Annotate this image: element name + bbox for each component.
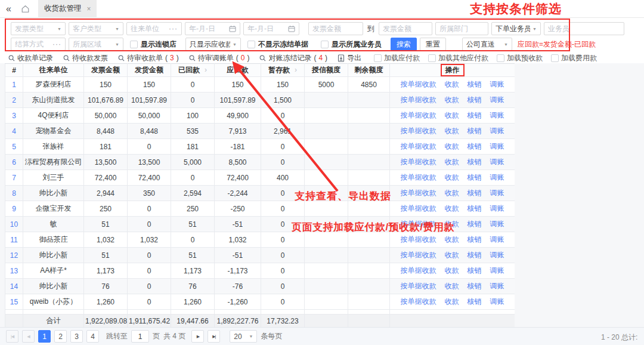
department-input[interactable] [439, 24, 484, 33]
invoice-amount-to-input[interactable] [383, 24, 428, 33]
action-receive[interactable]: 收款 [445, 297, 459, 306]
search-button[interactable]: 搜索 [391, 38, 417, 51]
row-index[interactable]: 8 [5, 186, 23, 201]
row-index[interactable]: 11 [5, 232, 23, 248]
row-index[interactable]: 15 [5, 294, 23, 310]
partner-unit-input[interactable] [131, 24, 166, 33]
page-button-1[interactable]: 1 [38, 330, 51, 343]
customer-type-select[interactable]: 客户类型 ▼ [69, 22, 123, 35]
col-deposit-amount[interactable]: 暂存款› [261, 64, 305, 77]
action-write-off[interactable]: 核销 [467, 266, 482, 275]
toolbar-link[interactable]: 待审调账单(0) [189, 53, 250, 63]
action-receive-by-order[interactable]: 按单据收款 [401, 204, 436, 212]
action-write-off[interactable]: 核销 [467, 251, 482, 259]
checkbox-icon[interactable] [130, 41, 138, 48]
action-write-off[interactable]: 核销 [467, 96, 482, 104]
row-index[interactable]: 2 [5, 93, 23, 108]
checkbox-icon[interactable] [428, 54, 436, 62]
checkbox-icon[interactable] [497, 54, 504, 62]
action-receive[interactable]: 收款 [445, 266, 459, 275]
action-receive[interactable]: 收款 [445, 204, 459, 212]
row-index[interactable]: 7 [5, 170, 23, 186]
action-receive[interactable]: 收款 [445, 235, 459, 244]
collapse-sidebar-icon[interactable]: « [6, 4, 11, 14]
action-receive[interactable]: 收款 [445, 111, 459, 119]
row-index[interactable]: 3 [5, 108, 23, 124]
action-receive-by-order[interactable]: 按单据收款 [401, 189, 436, 197]
action-adjust[interactable]: 调账 [490, 266, 504, 275]
department-field[interactable] [435, 22, 488, 35]
action-adjust[interactable]: 调账 [490, 127, 504, 135]
action-write-off[interactable]: 核销 [467, 220, 482, 228]
action-receive-by-order[interactable]: 按单据收款 [401, 235, 436, 244]
load-checkbox[interactable]: 加载费用款 [551, 53, 597, 63]
partner-unit-field[interactable]: ··· [126, 22, 182, 35]
row-index[interactable]: 9 [5, 201, 23, 217]
hide-frozen-checkbox[interactable]: 不显示冻结单据 [247, 39, 308, 50]
action-write-off[interactable]: 核销 [467, 127, 482, 135]
close-icon[interactable]: × [86, 5, 91, 13]
action-receive-by-order[interactable]: 按单据收款 [401, 80, 436, 88]
more-icon[interactable]: ··· [169, 27, 178, 30]
show-chain-store-checkbox[interactable]: 显示连锁店 [130, 39, 177, 50]
date-to-field[interactable] [243, 22, 299, 35]
row-index[interactable]: 1 [5, 77, 23, 93]
action-adjust[interactable]: 调账 [490, 80, 504, 88]
action-write-off[interactable]: 核销 [467, 111, 482, 119]
row-index[interactable]: 10 [5, 217, 23, 232]
action-receive-by-order[interactable]: 按单据收款 [401, 142, 436, 150]
show-own-salesman-checkbox[interactable]: 显示所属业务员 [321, 39, 382, 50]
action-receive[interactable]: 收款 [445, 251, 459, 259]
row-index[interactable]: 5 [5, 139, 23, 155]
action-adjust[interactable]: 调账 [490, 235, 504, 244]
action-receive[interactable]: 收款 [445, 189, 459, 197]
toolbar-link[interactable]: 待审收款单(3) [118, 53, 179, 63]
next-page-button[interactable]: ▶ [191, 330, 204, 343]
row-index[interactable]: 12 [5, 248, 23, 263]
col-repaid-amount[interactable]: 已回款› [171, 64, 215, 77]
action-adjust[interactable]: 调账 [490, 142, 504, 150]
jump-page-field[interactable] [131, 330, 149, 343]
salesman-input[interactable] [548, 24, 620, 33]
salesman-field[interactable] [544, 22, 624, 35]
action-write-off[interactable]: 核销 [467, 235, 482, 244]
settlement-method-input[interactable] [15, 40, 50, 48]
more-icon[interactable]: ··· [52, 43, 61, 46]
first-page-button[interactable]: |◀ [6, 330, 18, 343]
action-receive[interactable]: 收款 [445, 173, 459, 181]
action-adjust[interactable]: 调账 [490, 282, 504, 290]
action-write-off[interactable]: 核销 [467, 142, 482, 150]
action-receive[interactable]: 收款 [445, 158, 459, 166]
last-page-button[interactable]: ▶| [208, 330, 220, 343]
load-checkbox[interactable]: 加载应付款 [374, 53, 420, 63]
action-receive[interactable]: 收款 [445, 80, 459, 88]
action-adjust[interactable]: 调账 [490, 111, 504, 119]
page-button-3[interactable]: 3 [70, 330, 83, 343]
action-write-off[interactable]: 核销 [467, 282, 482, 290]
jump-page-input[interactable] [134, 332, 147, 341]
action-receive[interactable]: 收款 [445, 127, 459, 135]
action-write-off[interactable]: 核销 [467, 158, 482, 166]
action-receive-by-order[interactable]: 按单据收款 [401, 127, 436, 135]
checkbox-icon[interactable] [321, 41, 329, 48]
region-select[interactable]: 所属区域 ▼ [69, 38, 123, 51]
action-receive-by-order[interactable]: 按单据收款 [401, 158, 436, 166]
date-to-input[interactable] [247, 24, 286, 33]
action-adjust[interactable]: 调账 [490, 173, 504, 181]
checkbox-icon[interactable] [551, 54, 559, 62]
invoice-amount-from-input[interactable] [312, 24, 359, 33]
row-index[interactable]: 13 [5, 263, 23, 279]
reset-button[interactable]: 重置 [420, 38, 446, 51]
action-adjust[interactable]: 调账 [490, 204, 504, 212]
checkbox-icon[interactable] [374, 54, 382, 62]
page-button-2[interactable]: 2 [54, 330, 67, 343]
action-adjust[interactable]: 调账 [490, 220, 504, 228]
action-adjust[interactable]: 调账 [490, 251, 504, 259]
action-adjust[interactable]: 调账 [490, 96, 504, 104]
action-adjust[interactable]: 调账 [490, 189, 504, 197]
only-receivable-select[interactable]: 只显示应收款... ▼ [185, 38, 241, 51]
export-button[interactable]: 导出 [338, 53, 361, 63]
action-receive[interactable]: 收款 [445, 142, 459, 150]
load-checkbox[interactable]: 加载预收款 [497, 53, 543, 63]
action-write-off[interactable]: 核销 [467, 204, 482, 212]
